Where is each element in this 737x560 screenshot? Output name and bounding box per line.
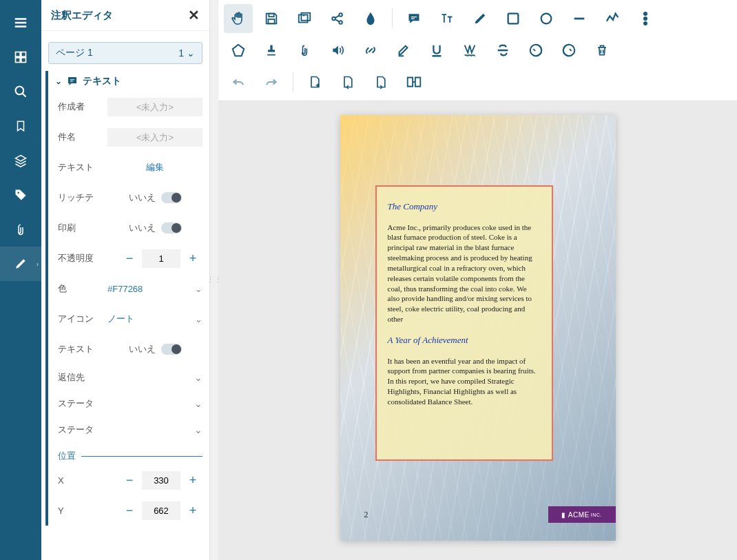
attachment-icon[interactable] [0, 212, 41, 247]
chevron-down-icon: ⌄ [194, 398, 203, 409]
y-minus[interactable]: − [120, 501, 139, 520]
y-input[interactable] [142, 501, 180, 520]
annotation-editor-panel: 注釈エディタ ✕ ページ 1 1⌄ ⌄ テキスト 作成者 件名 テキスト編集 リ… [41, 0, 210, 560]
stamp-button[interactable] [257, 36, 286, 65]
chevron-down-icon: ⌄ [55, 76, 62, 86]
edit-icon[interactable]: › [0, 247, 41, 281]
reply-dropdown[interactable]: 返信先⌄ [45, 364, 209, 391]
position-section: 位置 [45, 443, 209, 465]
richtext-label: リッチテ [58, 191, 107, 204]
redact2-button[interactable] [554, 36, 583, 65]
doc-heading1: The Company [388, 200, 541, 213]
svg-point-4 [16, 87, 24, 95]
svg-rect-14 [508, 14, 519, 24]
icon-value[interactable]: ノート [107, 313, 134, 325]
page-add-button[interactable] [300, 68, 329, 96]
nav-rail: › [0, 0, 41, 560]
status1-dropdown[interactable]: ステータ⌄ [45, 391, 209, 417]
document-viewer[interactable]: The Company Acme Inc., primarily produce… [218, 101, 737, 560]
svg-point-5 [17, 191, 19, 194]
x-minus[interactable]: − [120, 470, 139, 490]
line-button[interactable] [565, 4, 594, 33]
svg-point-16 [644, 12, 647, 15]
richtext-toggle[interactable] [161, 192, 182, 203]
menu-icon[interactable] [0, 6, 41, 40]
thumbnails-icon[interactable] [0, 40, 41, 74]
panel-title: 注釈エディタ [51, 9, 113, 22]
underline-button[interactable] [422, 36, 451, 65]
search-icon[interactable] [0, 74, 41, 109]
textdir-toggle[interactable] [161, 344, 182, 355]
ink-button[interactable] [356, 4, 385, 33]
page-number: 2 [364, 510, 368, 520]
polygon-button[interactable] [224, 36, 253, 65]
link-button[interactable] [356, 36, 385, 65]
text-button[interactable] [433, 4, 461, 33]
text-edit-link[interactable]: 編集 [146, 161, 164, 174]
doc-heading2: A Year of Achievement [388, 334, 541, 346]
pen-button[interactable] [466, 4, 495, 33]
share-button[interactable] [323, 4, 352, 33]
x-plus[interactable]: + [183, 470, 203, 490]
page-copy-button[interactable] [399, 68, 428, 96]
page: The Company Acme Inc., primarily produce… [340, 115, 616, 541]
highlight-button[interactable] [389, 36, 418, 65]
annotation-header[interactable]: ⌄ テキスト [45, 71, 209, 92]
rectangle-button[interactable] [499, 4, 528, 33]
svg-rect-7 [268, 19, 274, 23]
y-label: Y [58, 506, 107, 516]
svg-rect-0 [16, 52, 21, 57]
doc-para2: It has been an eventful year and the imp… [388, 356, 541, 407]
author-label: 作成者 [58, 101, 107, 113]
x-input[interactable] [142, 471, 180, 490]
undo-button[interactable] [224, 68, 253, 96]
more-icon[interactable] [631, 4, 660, 33]
opacity-input[interactable] [142, 249, 180, 268]
opacity-label: 不透明度 [58, 252, 107, 265]
text-label: テキスト [58, 161, 107, 174]
opacity-minus[interactable]: − [120, 249, 139, 268]
image-button[interactable] [290, 4, 319, 33]
print-toggle[interactable] [161, 222, 182, 234]
pan-tool[interactable] [224, 4, 253, 33]
author-input[interactable] [107, 98, 203, 116]
text-annotation[interactable]: The Company Acme Inc., primarily produce… [375, 185, 553, 461]
redo-button[interactable] [257, 68, 286, 96]
svg-rect-2 [16, 58, 21, 63]
save-button[interactable] [257, 4, 286, 33]
strikeout-button[interactable] [488, 36, 517, 65]
svg-rect-9 [301, 13, 310, 21]
y-plus[interactable]: + [183, 501, 203, 520]
color-label: 色 [58, 282, 107, 295]
bookmark-icon[interactable] [0, 109, 41, 143]
layers-icon[interactable] [0, 143, 41, 178]
chevron-down-icon[interactable]: ⌄ [195, 314, 203, 324]
svg-rect-3 [21, 58, 26, 63]
page-prev-button[interactable] [333, 68, 362, 96]
polyline-button[interactable] [598, 4, 627, 33]
sound-button[interactable] [323, 36, 352, 65]
color-value[interactable]: #F77268 [107, 284, 143, 294]
opacity-plus[interactable]: + [183, 249, 203, 268]
circle-button[interactable] [532, 4, 561, 33]
icon-label: アイコン [58, 313, 107, 325]
delete-button[interactable] [588, 36, 616, 65]
chevron-down-icon[interactable]: ⌄ [195, 284, 203, 294]
resize-handle[interactable]: ⋮⋮ [210, 0, 218, 560]
redact-button[interactable] [521, 36, 550, 65]
textdir-label: テキスト [58, 343, 107, 355]
clip-button[interactable] [290, 36, 319, 65]
page-selector[interactable]: ページ 1 1⌄ [48, 42, 203, 64]
close-icon[interactable]: ✕ [188, 7, 200, 23]
doc-para1: Acme Inc., primarily produces coke used … [388, 222, 541, 324]
squiggly-button[interactable] [455, 36, 484, 65]
subject-input[interactable] [107, 128, 203, 147]
tag-icon[interactable] [0, 178, 41, 212]
status2-dropdown[interactable]: ステータ⌄ [45, 417, 209, 443]
toolbar [218, 0, 737, 101]
x-label: X [58, 475, 107, 486]
comment-button[interactable] [399, 4, 428, 33]
svg-point-15 [541, 14, 552, 24]
page-next-button[interactable] [366, 68, 395, 96]
comment-icon [66, 75, 79, 87]
